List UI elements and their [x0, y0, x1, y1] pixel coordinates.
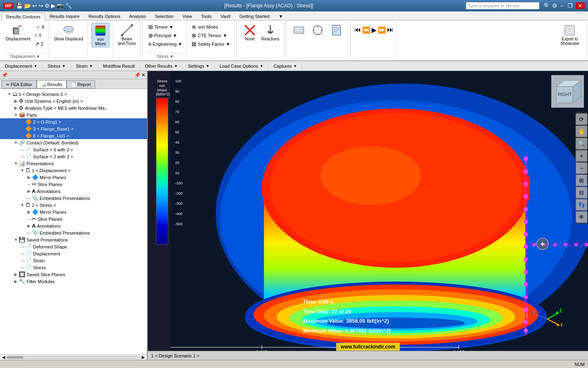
- nav-zoomin-button[interactable]: +: [576, 150, 587, 162]
- x-button[interactable]: →X: [33, 23, 46, 31]
- tree-analysis-type[interactable]: ▶ ⚙ Analysis Type < MES with Nonlinear M…: [0, 104, 147, 111]
- subtab-other-results[interactable]: Other Results ▼: [140, 62, 183, 70]
- tree-saved-stress[interactable]: — 📄 Stress: [0, 264, 147, 271]
- tree-saved-strain[interactable]: — 📄 Strain: [0, 257, 147, 264]
- toggle11[interactable]: ▼: [20, 168, 25, 173]
- nav-pan-button[interactable]: ✋: [576, 126, 587, 137]
- nav-zoom-button[interactable]: 🔍: [576, 138, 587, 149]
- scroll-right-arrow[interactable]: ▶: [140, 355, 146, 359]
- subtab-strain[interactable]: Strain ▼: [71, 62, 98, 70]
- tree-scrollbar[interactable]: ◀ ▶: [0, 354, 147, 360]
- toggle3[interactable]: ▼: [13, 113, 19, 117]
- tree-unit-systems[interactable]: ▶ ⚙ Unit Systems < English (in) >: [0, 98, 147, 104]
- skip-back-button[interactable]: ⏮: [354, 26, 361, 34]
- subtab-moldflow[interactable]: Moldflow Result: [98, 62, 140, 70]
- toggle27[interactable]: ▶: [13, 279, 19, 284]
- subtab-stress[interactable]: Stress ▼: [43, 62, 71, 70]
- minimize-button[interactable]: −: [559, 2, 565, 9]
- tree-pres-stress[interactable]: ▼ 🗒 2 < Stress >: [0, 202, 147, 208]
- tree-saved-presentations[interactable]: ▼ 💾 Saved Presentations: [0, 236, 147, 243]
- toggle14[interactable]: ▶: [26, 189, 32, 193]
- nav-section-button[interactable]: ⊟: [576, 187, 587, 198]
- next-button[interactable]: ⏩: [378, 26, 386, 34]
- tab-fea-editor[interactable]: ✏ FEA Editor: [2, 80, 37, 89]
- cte-tensor-button[interactable]: ⊗ CTE Tensor ▼: [190, 31, 232, 40]
- tab-more[interactable]: ▼: [274, 12, 287, 20]
- panel-pin-button[interactable]: 📌: [134, 72, 140, 78]
- tree-annotations-2[interactable]: ▶ A Annotations: [0, 222, 147, 229]
- tree-annotations-1[interactable]: ▶ A Annotations: [0, 188, 147, 195]
- tree-flange-lid1[interactable]: 🔶 6 < Flange_Lid1 >: [0, 132, 147, 139]
- viewport[interactable]: + 0.000 2.062 4.103 6.155 in Stressvon M…: [148, 71, 588, 360]
- toggle12[interactable]: ▶: [26, 175, 32, 180]
- toggle19[interactable]: ▶: [26, 224, 32, 228]
- tree-filter-modules[interactable]: ▶ 🔧 Filter Modules: [0, 278, 147, 285]
- tree-mirror-planes-2[interactable]: ▶ 🔷 Mirror Planes: [0, 208, 147, 215]
- safety-factor-button[interactable]: ⊠ Safety Factor ▼: [190, 40, 232, 48]
- tree-embedded-pres-2[interactable]: — 📎 Embedded Presentations: [0, 229, 147, 236]
- toggle26[interactable]: ▶: [13, 272, 19, 277]
- play-button[interactable]: ▶: [372, 26, 376, 34]
- von-mises-button[interactable]: vonMises: [91, 23, 109, 47]
- tree-flange-base1[interactable]: 🔶 3 < Flange_Base1 >: [0, 125, 147, 132]
- tab-results-inquire[interactable]: Results Inquire: [45, 12, 84, 20]
- tree-embedded-pres-1[interactable]: — 📎 Embedded Presentations: [0, 195, 147, 202]
- tab-results-contours[interactable]: Results Contours: [2, 13, 45, 20]
- tab-report[interactable]: 📄 Report: [67, 80, 95, 89]
- principal-button[interactable]: ⊕ Principal ▼: [147, 31, 184, 40]
- y-button[interactable]: ↑Y: [33, 31, 46, 40]
- toggle2[interactable]: ▶: [13, 106, 19, 110]
- reactions-button[interactable]: Reactions: [260, 23, 281, 42]
- subtab-displacement[interactable]: Displacement ▼: [0, 62, 43, 70]
- panel-close-button[interactable]: ✕: [141, 72, 145, 78]
- tab-results-options[interactable]: Results Options: [84, 12, 125, 20]
- tree-presentations[interactable]: ▼ 📊 Presentations: [0, 160, 147, 167]
- load-case-button[interactable]: [327, 23, 345, 38]
- settings-icon[interactable]: ⚙: [552, 2, 557, 9]
- tree-surface-6-2[interactable]: — 📄 Surface < 6 with 2 >: [0, 146, 147, 153]
- tab-results[interactable]: 📊 Results: [37, 80, 67, 89]
- tab-vault[interactable]: Vault: [216, 12, 235, 20]
- nav-rotate-button[interactable]: ⟳: [576, 113, 587, 125]
- search-icon[interactable]: 🔍: [543, 2, 550, 9]
- engineering-button[interactable]: ≡ Engineering ▼: [147, 40, 184, 48]
- tree-container[interactable]: ▼ 🗂 1 < Design Scenario 1 > ▶ ⚙ Unit Sys…: [0, 89, 147, 354]
- tree-slice-planes-1[interactable]: — ✂ Slice Planes: [0, 181, 147, 188]
- z-button[interactable]: ↗Z: [33, 40, 46, 48]
- restore-button[interactable]: ❐: [566, 2, 574, 9]
- tab-tools[interactable]: Tools: [196, 12, 216, 20]
- show-displaced-button[interactable]: Show Displaced: [52, 23, 85, 42]
- settings-2-button[interactable]: [309, 23, 327, 38]
- nav-fit-button[interactable]: ⊞: [576, 175, 587, 186]
- toggle0[interactable]: ▼: [7, 92, 12, 96]
- skip-forward-button[interactable]: ⏭: [387, 26, 394, 34]
- prev-button[interactable]: ⏪: [362, 26, 370, 34]
- tree-slice-planes-2[interactable]: — ✂ Slice Planes: [0, 215, 147, 222]
- scroll-track[interactable]: [7, 356, 140, 359]
- toggle7[interactable]: ▼: [13, 140, 19, 145]
- von-mises-small-button[interactable]: ≋ von Mises: [190, 23, 232, 31]
- toggle16[interactable]: ▼: [20, 203, 25, 207]
- tree-pres-displacement[interactable]: ▼ 🗒 1 < Displacement >: [0, 167, 147, 174]
- tree-saved-slice-planes[interactable]: ▶ 🔲 Saved Slice Planes: [0, 271, 147, 278]
- none-button[interactable]: None: [241, 23, 259, 42]
- nav-walk-button[interactable]: 👣: [576, 199, 587, 211]
- tab-view[interactable]: View: [178, 12, 197, 20]
- nav-zoomout-button[interactable]: −: [576, 162, 587, 174]
- tree-mirror-planes-1[interactable]: ▶ 🔷 Mirror Planes: [0, 174, 147, 181]
- toggle21[interactable]: ▼: [13, 237, 19, 242]
- subtab-captures[interactable]: Captures ▼: [269, 62, 303, 70]
- tensor-button[interactable]: ⊞ Tensor ▼: [147, 23, 184, 31]
- toggle10[interactable]: ▼: [13, 161, 19, 166]
- tree-saved-displacement[interactable]: — 📄 Displacement: [0, 250, 147, 257]
- toggle1[interactable]: ▶: [13, 99, 19, 103]
- tab-selection[interactable]: Selection: [150, 12, 178, 20]
- tab-analysis[interactable]: Analysis: [125, 12, 150, 20]
- scroll-left-arrow[interactable]: ◀: [1, 355, 7, 359]
- tree-surface-2-3[interactable]: — 📄 Surface < 2 with 3 >: [0, 153, 147, 160]
- tab-getting-started[interactable]: Getting Started: [235, 12, 274, 20]
- subtab-load-case[interactable]: Load Case Options ▼: [215, 62, 269, 70]
- tree-parts[interactable]: ▼ 📦 Parts: [0, 111, 147, 118]
- beam-truss-button[interactable]: Beamand Truss: [116, 23, 138, 47]
- tree-contact[interactable]: ▼ 🔗 Contact (Default: Bonded): [0, 139, 147, 146]
